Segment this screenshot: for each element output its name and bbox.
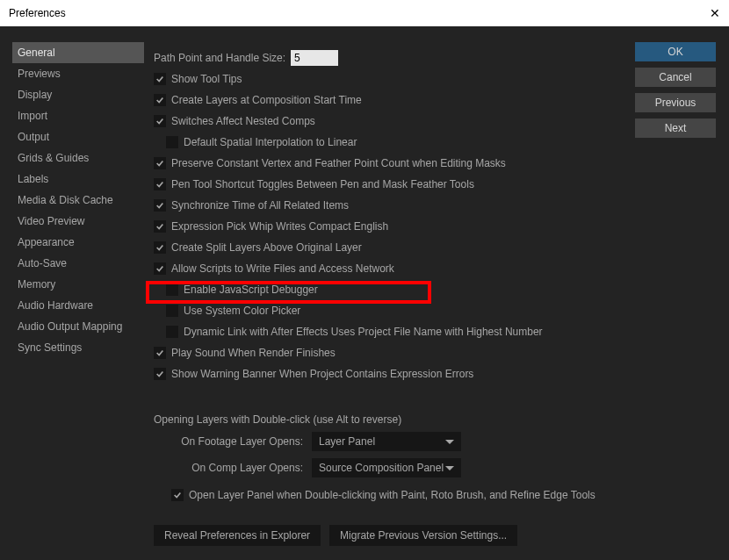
checkbox-13[interactable] [154, 347, 166, 359]
sidebar-item-general[interactable]: General [12, 42, 144, 63]
reveal-prefs-button[interactable]: Reveal Preferences in Explorer [154, 525, 321, 546]
window-title: Preferences [9, 7, 66, 19]
check-row-3: Default Spatial Interpolation to Linear [166, 132, 619, 153]
check-label-12: Dynamic Link with After Effects Uses Pro… [184, 326, 543, 338]
sidebar-item-media-disk-cache[interactable]: Media & Disk Cache [12, 190, 144, 211]
path-point-row: Path Point and Handle Size: 5 [154, 47, 619, 68]
chevron-down-icon [445, 466, 454, 470]
dialog-buttons: OK Cancel Previous Next [635, 42, 716, 138]
sidebar-item-previews[interactable]: Previews [12, 63, 144, 84]
check-row-7: Expression Pick Whip Writes Compact Engl… [154, 216, 619, 237]
check-label-5: Pen Tool Shortcut Toggles Between Pen an… [171, 178, 474, 190]
comp-label: On Comp Layer Opens: [154, 462, 312, 474]
chevron-down-icon [445, 440, 454, 444]
previous-button[interactable]: Previous [635, 93, 716, 112]
check-row-1: Create Layers at Composition Start Time [154, 90, 619, 111]
check-label-0: Show Tool Tips [171, 73, 242, 85]
checkbox-5[interactable] [154, 178, 166, 190]
check-row-12: Dynamic Link with After Effects Uses Pro… [166, 321, 619, 342]
comp-select[interactable]: Source Composition Panel [312, 458, 461, 477]
check-row-13: Play Sound When Render Finishes [154, 342, 619, 363]
check-label-7: Expression Pick Whip Writes Compact Engl… [171, 220, 388, 233]
sidebar-item-grids-guides[interactable]: Grids & Guides [12, 147, 144, 169]
checkbox-12[interactable] [166, 326, 178, 338]
path-point-input[interactable]: 5 [291, 50, 338, 66]
cancel-button[interactable]: Cancel [635, 68, 716, 87]
sidebar-item-import[interactable]: Import [12, 105, 144, 126]
title-bar: Preferences ✕ [0, 0, 729, 26]
check-label-8: Create Split Layers Above Original Layer [171, 241, 362, 254]
checkbox-7[interactable] [154, 220, 166, 233]
comp-row: On Comp Layer Opens: Source Composition … [154, 455, 619, 481]
check-label-13: Play Sound When Render Finishes [171, 347, 336, 359]
sidebar-item-memory[interactable]: Memory [12, 274, 144, 295]
checkbox-11[interactable] [166, 305, 178, 317]
check-label-2: Switches Affect Nested Comps [171, 115, 315, 127]
footage-row: On Footage Layer Opens: Layer Panel [154, 428, 619, 455]
footage-select[interactable]: Layer Panel [312, 432, 461, 451]
check-row-2: Switches Affect Nested Comps [154, 111, 619, 132]
open-layers-title: Opening Layers with Double-click (use Al… [154, 411, 619, 428]
open-panel-label: Open Layer Panel when Double-clicking wi… [189, 489, 595, 501]
sidebar-item-auto-save[interactable]: Auto-Save [12, 253, 144, 274]
checkbox-10[interactable] [166, 284, 178, 296]
check-row-0: Show Tool Tips [154, 68, 619, 90]
check-row-14: Show Warning Banner When Project Contain… [154, 363, 619, 384]
checkbox-0[interactable] [154, 73, 166, 85]
checkbox-8[interactable] [154, 241, 166, 254]
checkbox-3[interactable] [166, 136, 178, 148]
sidebar-item-labels[interactable]: Labels [12, 169, 144, 190]
comp-select-value: Source Composition Panel [319, 462, 444, 474]
check-label-6: Synchronize Time of All Related Items [171, 199, 349, 212]
sidebar-item-video-preview[interactable]: Video Preview [12, 211, 144, 232]
check-label-3: Default Spatial Interpolation to Linear [184, 136, 357, 148]
migrate-settings-button[interactable]: Migrate Previous Version Settings... [329, 525, 517, 546]
checkbox-6[interactable] [154, 199, 166, 212]
open-panel-checkbox[interactable] [171, 489, 184, 501]
general-panel: Path Point and Handle Size: 5 Show Tool … [154, 47, 619, 546]
check-row-9: Allow Scripts to Write Files and Access … [154, 258, 619, 279]
sidebar-item-display[interactable]: Display [12, 84, 144, 105]
check-label-4: Preserve Constant Vertex and Feather Poi… [171, 157, 506, 169]
dialog-content: GeneralPreviewsDisplayImportOutputGrids … [0, 26, 729, 560]
check-label-9: Allow Scripts to Write Files and Access … [171, 262, 394, 275]
checkbox-4[interactable] [154, 157, 166, 169]
next-button[interactable]: Next [635, 118, 716, 138]
check-row-4: Preserve Constant Vertex and Feather Poi… [154, 153, 619, 174]
sidebar-item-audio-output-mapping[interactable]: Audio Output Mapping [12, 316, 144, 337]
check-row-11: Use System Color Picker [166, 300, 619, 321]
sidebar-item-output[interactable]: Output [12, 126, 144, 147]
checkbox-1[interactable] [154, 94, 166, 106]
bottom-buttons: Reveal Preferences in Explorer Migrate P… [154, 525, 619, 546]
open-layers-group: Opening Layers with Double-click (use Al… [154, 411, 619, 506]
ok-button[interactable]: OK [635, 42, 716, 61]
check-row-10: Enable JavaScript Debugger [166, 279, 619, 300]
sidebar-item-sync-settings[interactable]: Sync Settings [12, 337, 144, 358]
check-row-8: Create Split Layers Above Original Layer [154, 237, 619, 258]
close-icon[interactable]: ✕ [710, 6, 720, 20]
check-label-10: Enable JavaScript Debugger [184, 284, 318, 296]
check-row-6: Synchronize Time of All Related Items [154, 195, 619, 216]
checkbox-14[interactable] [154, 368, 166, 380]
checkbox-2[interactable] [154, 115, 166, 127]
category-sidebar: GeneralPreviewsDisplayImportOutputGrids … [12, 42, 144, 358]
check-row-5: Pen Tool Shortcut Toggles Between Pen an… [154, 174, 619, 195]
check-label-11: Use System Color Picker [184, 305, 300, 317]
check-label-1: Create Layers at Composition Start Time [171, 94, 362, 106]
checkbox-9[interactable] [154, 262, 166, 275]
footage-select-value: Layer Panel [319, 435, 375, 448]
open-panel-check-row: Open Layer Panel when Double-clicking wi… [171, 485, 619, 506]
sidebar-item-audio-hardware[interactable]: Audio Hardware [12, 295, 144, 316]
check-label-14: Show Warning Banner When Project Contain… [171, 368, 473, 380]
path-point-label: Path Point and Handle Size: [154, 52, 285, 64]
sidebar-item-appearance[interactable]: Appearance [12, 232, 144, 253]
footage-label: On Footage Layer Opens: [154, 435, 312, 448]
